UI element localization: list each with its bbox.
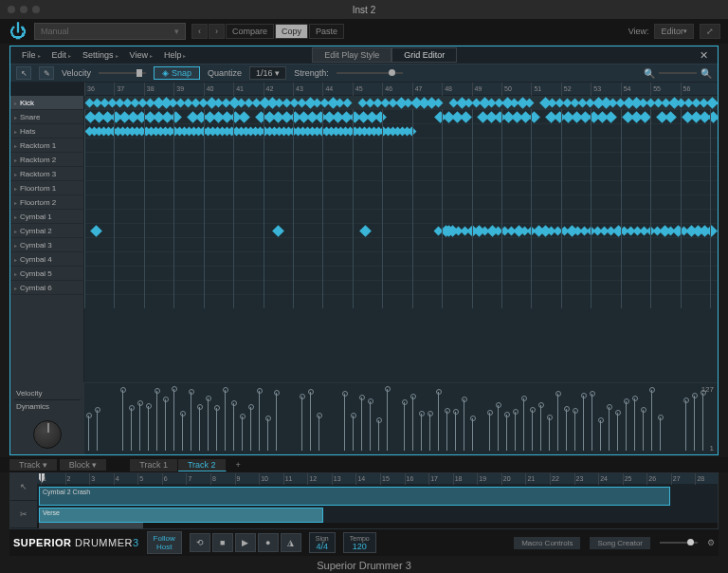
preset-selector[interactable]: Manual ▾ <box>34 23 186 40</box>
play-icon[interactable]: ▶ <box>235 533 256 552</box>
velocity-lane[interactable]: 127 1 <box>84 383 718 454</box>
grid-lane[interactable] <box>84 267 718 281</box>
add-track-button[interactable]: + <box>228 459 248 471</box>
zoom-slider[interactable] <box>659 72 697 74</box>
time-signature[interactable]: Sign 4/4 <box>309 532 336 553</box>
timeline-scrollbar[interactable] <box>37 523 718 528</box>
view-selector[interactable]: Editor ▾ <box>654 24 694 39</box>
power-icon[interactable]: ⏻ <box>8 21 28 42</box>
editor-tabs: Edit Play StyleGrid Editor <box>312 47 457 63</box>
dynamics-label: Dynamics <box>14 400 81 413</box>
lane-header[interactable]: ▸Racktom 1 <box>10 139 83 153</box>
grid-lane[interactable] <box>84 124 718 139</box>
grid-lane[interactable] <box>84 181 718 195</box>
macro-controls-button[interactable]: Macro Controls <box>514 537 580 549</box>
lane-header[interactable]: ▸Cymbal 3 <box>10 238 83 252</box>
grid-lane[interactable] <box>84 281 718 295</box>
timeline-tick: 6 <box>162 473 168 485</box>
prev-preset-button[interactable]: ‹ <box>191 24 208 39</box>
ruler-tick: 49 <box>472 83 482 96</box>
timeline-tick: 4 <box>114 473 119 485</box>
tab-grid-editor[interactable]: Grid Editor <box>391 47 457 63</box>
ruler-tick: 50 <box>501 83 512 96</box>
lane-header[interactable]: ▸Cymbal 1 <box>10 210 83 224</box>
zoom-in-icon[interactable]: 🔍 <box>701 68 712 79</box>
menu-settings[interactable]: Settings ▸ <box>77 50 124 60</box>
timeline-tick: 14 <box>355 473 365 485</box>
grid-lane[interactable] <box>84 210 718 224</box>
paste-button[interactable]: Paste <box>309 24 344 39</box>
lane-header[interactable]: ▸Cymbal 2 <box>10 224 83 238</box>
lane-header[interactable]: ▸Cymbal 4 <box>10 252 83 267</box>
zoom-icon[interactable] <box>32 6 40 13</box>
lane-header[interactable]: ▸Hats <box>10 124 83 139</box>
lane-header[interactable]: ▸Kick <box>10 96 83 110</box>
tab-edit-play-style[interactable]: Edit Play Style <box>312 47 391 63</box>
grid-lane[interactable] <box>84 195 718 210</box>
song-creator-button[interactable]: Song Creator <box>590 537 650 549</box>
expand-icon[interactable]: ⤢ <box>700 24 720 39</box>
metronome-icon[interactable]: ◮ <box>281 533 301 552</box>
grid-lane[interactable] <box>84 252 718 267</box>
loop-icon[interactable]: ⟲ <box>190 533 210 552</box>
menu-file[interactable]: File ▸ <box>16 50 46 60</box>
grid-lane[interactable] <box>84 167 718 181</box>
note-grid[interactable]: 3637383940414243444546474849505152535455… <box>84 83 718 382</box>
timeline-ruler[interactable]: 1234567891011121314151617181920212223242… <box>37 473 718 485</box>
volume-slider[interactable] <box>660 542 698 544</box>
clip-verse[interactable]: Verse <box>39 508 323 523</box>
lane-header[interactable]: ▸Racktom 2 <box>10 153 83 167</box>
pointer-tool-icon[interactable]: ↖ <box>16 66 31 80</box>
zoom-out-icon[interactable]: 🔍 <box>644 68 655 79</box>
grid-lane[interactable] <box>84 153 718 167</box>
follow-host-button[interactable]: FollowHost <box>147 531 182 554</box>
block-menu[interactable]: Block ▾ <box>60 459 108 471</box>
timeline-tick: 1 <box>41 473 46 485</box>
window-controls[interactable] <box>8 6 40 13</box>
grid-lane[interactable] <box>84 238 718 252</box>
grid-lane[interactable] <box>84 96 718 110</box>
snap-toggle[interactable]: ◈Snap <box>154 66 200 80</box>
record-icon[interactable]: ● <box>258 533 279 552</box>
transport-bar: SUPERIOR DRUMMER3 FollowHost ⟲ ■ ▶ ● ◮ S… <box>9 529 719 556</box>
track-tab[interactable]: Track 2 <box>178 459 227 471</box>
ruler-tick: 38 <box>144 83 155 96</box>
track-tab[interactable]: Track 1 <box>130 459 178 471</box>
tempo[interactable]: Tempo 120 <box>343 532 376 553</box>
close-icon[interactable]: ✕ <box>696 49 712 62</box>
lane-header[interactable]: ▸Cymbal 5 <box>10 267 83 281</box>
bar-ruler[interactable]: 3637383940414243444546474849505152535455… <box>84 83 718 96</box>
quantize-value[interactable]: 1/16 ▾ <box>249 66 286 80</box>
lane-header[interactable]: ▸Cymbal 6 <box>10 281 83 295</box>
close-icon[interactable] <box>8 6 15 13</box>
draw-tool-icon[interactable]: ✎ <box>39 66 54 80</box>
copy-button[interactable]: Copy <box>275 24 308 39</box>
view-label: View: <box>628 27 649 36</box>
lane-header[interactable]: ▸Snare <box>10 110 83 124</box>
lane-header[interactable]: ▸Racktom 3 <box>10 167 83 181</box>
menu-edit[interactable]: Edit ▸ <box>46 50 78 60</box>
strength-slider[interactable] <box>337 72 403 74</box>
track-menu[interactable]: Track ▾ <box>9 459 58 471</box>
timeline-tick: 22 <box>550 473 559 485</box>
menu-help[interactable]: Help ▸ <box>158 50 192 60</box>
compare-button[interactable]: Compare <box>226 24 274 39</box>
stop-icon[interactable]: ■ <box>212 533 233 552</box>
minimize-icon[interactable] <box>20 6 27 13</box>
clip-cymbal[interactable]: Cymbal 2 Crash <box>39 487 670 506</box>
grid-lane[interactable] <box>84 110 718 124</box>
timeline-tick: 9 <box>235 473 241 485</box>
shuffle-icon[interactable]: ✂ <box>10 501 37 528</box>
timeline-tick: 8 <box>210 473 216 485</box>
menu-view[interactable]: View ▸ <box>124 50 158 60</box>
lane-header[interactable]: ▸Floortom 1 <box>10 181 83 195</box>
grid-lane[interactable] <box>84 139 718 153</box>
dynamics-knob[interactable] <box>33 420 62 449</box>
velocity-slider[interactable] <box>99 72 146 74</box>
next-preset-button[interactable]: › <box>209 24 225 39</box>
timeline-area[interactable]: 1234567891011121314151617181920212223242… <box>37 473 718 528</box>
pointer-tool-icon[interactable]: ↖ <box>10 473 37 501</box>
lane-header[interactable]: ▸Floortom 2 <box>10 195 83 210</box>
grid-lane[interactable] <box>84 224 718 238</box>
gear-icon[interactable]: ⚙ <box>707 538 715 547</box>
